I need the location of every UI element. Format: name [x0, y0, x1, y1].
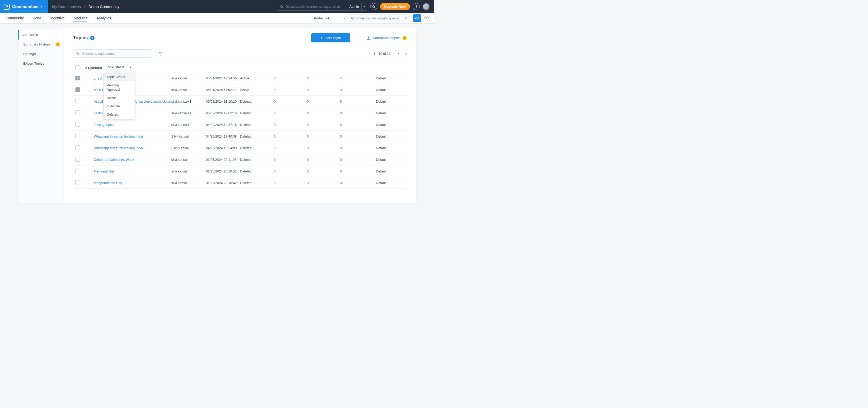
filter-icon[interactable] [159, 52, 162, 56]
menu-item-pending-approval[interactable]: Pending Approval [103, 81, 134, 94]
row-checkbox[interactable]: ✓ [75, 145, 80, 150]
portal-link-label: Portal Link [314, 16, 330, 20]
brand-label: Communities [12, 4, 38, 9]
avatar[interactable] [423, 3, 430, 10]
topic-author: silvi.kansal [171, 88, 206, 92]
topic-created-date: 01/25/2024 20:11:05 [206, 158, 240, 162]
topic-link[interactable]: Memorial Day [94, 169, 115, 173]
topic-count-1: 0 [258, 76, 291, 80]
subnav-right: Portal Link ▾ https://democommunityabc.q… [314, 14, 434, 22]
row-checkbox[interactable]: ✓ [75, 169, 80, 173]
topic-count-2: 0 [291, 146, 324, 150]
topic-link[interactable]: Testing topics [94, 123, 114, 127]
topic-theme: Default [357, 76, 407, 80]
portal-url-field[interactable]: https://democommunityabc.questio ✎ [349, 14, 410, 22]
breadcrumb-my-communities[interactable]: My Communities [52, 4, 81, 9]
topic-link[interactable]: Whatsapp threat on leaving India [94, 146, 143, 150]
menu-item-active[interactable]: Active [103, 94, 134, 102]
topic-count-2: 0 [291, 88, 324, 92]
topic-author: silvi.kansal+4 [171, 111, 206, 115]
sidebar-item-export-topics[interactable]: Export Topics [18, 59, 64, 68]
row-checkbox[interactable]: ✓ [75, 87, 80, 92]
topic-link[interactable]: Mein R [94, 88, 104, 92]
row-checkbox[interactable]: ✓ [75, 76, 80, 80]
topic-search-input[interactable] [82, 52, 152, 56]
topic-author: silvi.kansal+2 [171, 123, 206, 127]
preview-portal-button[interactable] [413, 14, 421, 22]
topic-count-2: 0 [291, 76, 324, 80]
help-button[interactable]: ? [413, 3, 420, 10]
row-checkbox-cell: ✓ [73, 76, 94, 80]
tab-modules[interactable]: Modules [74, 15, 88, 22]
search-scope-selector[interactable]: Admin [347, 5, 362, 8]
portal-link-select[interactable]: Portal Link ▾ [314, 16, 345, 20]
topic-count-3: 0 [324, 135, 357, 138]
plus-icon: + [320, 36, 323, 40]
topic-link[interactable]: ثروتي [94, 76, 102, 80]
menu-item-deleted[interactable]: Deleted [103, 110, 134, 119]
topic-link[interactable]: Independence Day [94, 181, 122, 185]
upgrade-now-button[interactable]: Upgrade Now [380, 3, 410, 10]
topic-status: Deleted [240, 181, 258, 185]
topic-created-date: 05/02/2024 12:02:16 [206, 111, 240, 115]
sidebar-item-label: Settings [23, 52, 36, 56]
sidebar-item-summary-history[interactable]: Summary History ★ [18, 39, 64, 49]
row-checkbox-cell: ✓ [73, 145, 94, 151]
brand-switcher[interactable]: P Communities ▾ [0, 0, 48, 13]
topic-link[interactable]: Celebrate Valentines Week [94, 158, 134, 162]
row-checkbox-cell: ✓ [73, 110, 94, 116]
main-tabs: Community Send Incentive Modules Analyti… [0, 15, 111, 22]
tab-incentive[interactable]: Incentive [51, 15, 65, 22]
table-row: ✓ Testing topics silvi.kansal+2 04/30/20… [73, 119, 407, 130]
row-checkbox[interactable]: ✓ [75, 99, 80, 104]
check-icon: ✓ [76, 88, 79, 91]
chevron-down-icon: ▾ [40, 5, 42, 8]
global-search-button[interactable] [370, 3, 377, 10]
row-checkbox[interactable]: ✓ [75, 180, 80, 185]
global-search-input[interactable] [285, 5, 347, 9]
row-checkbox[interactable]: ✓ [75, 157, 80, 162]
edit-pencil-icon[interactable]: ✎ [405, 16, 407, 20]
tab-send[interactable]: Send [33, 15, 41, 22]
search-scope-caret-icon[interactable]: ▾ [362, 3, 367, 10]
topic-theme: Default [357, 146, 407, 150]
topic-status-filter[interactable]: Topic Status ▴ [105, 65, 132, 70]
topics-help-icon[interactable]: ? [90, 36, 95, 40]
summarize-topics-link[interactable]: Summarize topics ★ [367, 36, 407, 40]
topic-theme: Default [357, 123, 407, 127]
row-checkbox-cell: ✓ [73, 99, 94, 104]
row-checkbox[interactable]: ✓ [75, 122, 80, 127]
eye-icon [415, 17, 419, 20]
row-checkbox[interactable]: ✓ [75, 110, 80, 115]
tab-community[interactable]: Community [5, 15, 24, 22]
check-icon: ✓ [76, 77, 79, 80]
topic-name-cell: Whatsapp threat on leaving India [94, 135, 171, 138]
page-title: Topics [73, 35, 88, 40]
portal-help-icon[interactable]: ? [425, 16, 429, 21]
sidebar-item-label: Summary History [23, 42, 50, 46]
table-row: ✓ Independence Day silvi.kansal 01/25/20… [73, 177, 407, 189]
menu-item-in-active[interactable]: In-Active [103, 102, 134, 110]
topic-count-3: 0 [324, 123, 357, 127]
sidebar: All Topics Summary History ★ Settings Ex… [18, 28, 64, 203]
topic-count-1: 0 [258, 158, 291, 162]
topic-theme: Default [357, 135, 407, 138]
next-page-icon[interactable]: › [405, 51, 407, 56]
topic-status: Deleted [240, 146, 258, 150]
pagination-caret-icon[interactable]: ▾ [398, 52, 399, 55]
sidebar-item-all-topics[interactable]: All Topics [18, 30, 64, 39]
chevron-down-icon: ▾ [344, 17, 345, 20]
topic-count-2: 0 [291, 135, 324, 138]
topic-count-3: 4 [324, 76, 357, 80]
topic-link[interactable]: Whatsapp threat on leaving India [94, 135, 143, 138]
row-checkbox[interactable]: ✓ [75, 134, 80, 138]
search-icon [280, 5, 283, 8]
tools-row: 1 - 10 of 12 ▾ › [73, 49, 407, 58]
menu-item-topic-status[interactable]: Topic Status [103, 73, 134, 81]
add-topic-button[interactable]: + Add Topic [311, 33, 350, 42]
pagination-range[interactable]: 1 - 10 of 12 [374, 52, 391, 56]
topic-link[interactable]: Testing [94, 111, 104, 115]
sidebar-item-settings[interactable]: Settings [18, 49, 64, 59]
select-all-checkbox[interactable] [75, 65, 80, 70]
tab-analytics[interactable]: Analytics [96, 15, 111, 22]
